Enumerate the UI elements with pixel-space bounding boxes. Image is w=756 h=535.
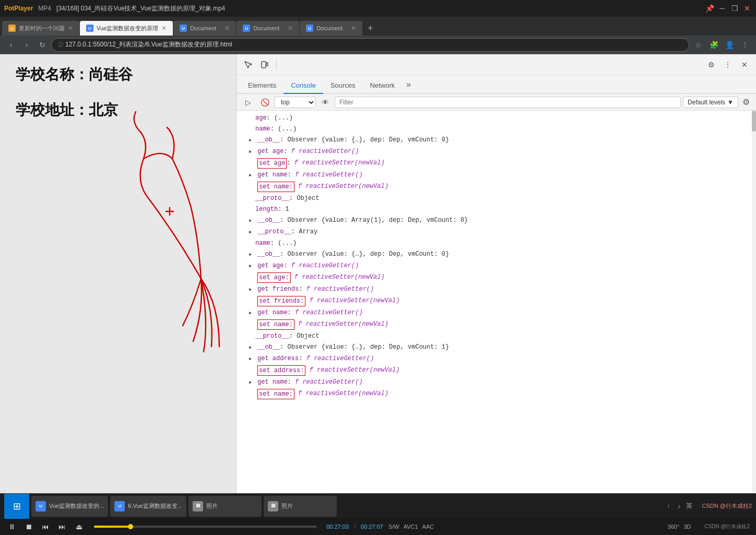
expand-ob2[interactable] <box>249 249 257 259</box>
tab-elements[interactable]: Elements <box>241 77 284 94</box>
reload-button[interactable]: ↻ <box>36 38 49 52</box>
devtools-toolbar: ⚙ ⋮ ✕ <box>237 54 756 75</box>
tab-label-1: 更新时的一个问题 <box>19 25 65 32</box>
prev-button[interactable]: ⏮ <box>40 521 51 532</box>
expand-get-age2[interactable] <box>249 261 257 271</box>
expand-ob-array[interactable] <box>249 216 257 225</box>
expand-proto-array[interactable] <box>249 227 257 237</box>
tab-close-5[interactable]: ✕ <box>351 25 356 32</box>
devtools-close-button[interactable]: ✕ <box>737 57 752 72</box>
context-selector[interactable]: top <box>274 97 316 108</box>
more-options-icon[interactable]: ⋮ <box>720 57 735 72</box>
forward-button[interactable]: › <box>20 38 33 52</box>
taskbar-label-2: 6.Vue监测数据改变... <box>128 502 182 510</box>
profile-icon[interactable]: 👤 <box>723 38 736 52</box>
expand-get-address[interactable] <box>249 354 257 364</box>
console-output[interactable]: age: (...) name: (...) __ob__: Observer … <box>237 111 756 493</box>
taskbar-item-3[interactable]: 🖼 照片 <box>188 496 262 517</box>
minimize-button[interactable]: ─ <box>717 4 727 13</box>
console-line-set-address: set address: f reactiveSetter(newVal) <box>237 365 756 377</box>
content-wrapper: 学校名称：尚硅谷 学校地址：北京 <box>0 54 756 493</box>
console-line-get-address: get address: f reactiveGetter() <box>237 353 756 365</box>
expand-get-name1[interactable] <box>249 170 257 180</box>
tab-label-3: Document <box>190 25 221 31</box>
restore-button[interactable]: ❐ <box>730 4 739 13</box>
taskbar-icon-3: 🖼 <box>193 501 203 512</box>
console-run-button[interactable]: ▷ <box>241 95 255 110</box>
stop-button[interactable]: ⏹ <box>23 521 34 532</box>
view-3d[interactable]: 3D <box>683 524 691 530</box>
tab-network[interactable]: Network <box>363 77 403 94</box>
play-pause-button[interactable]: ⏸ <box>6 521 18 532</box>
menu-button[interactable]: ⋮ <box>738 38 752 52</box>
expand-ob3[interactable] <box>249 342 257 352</box>
school-address-value: 北京 <box>89 102 118 118</box>
extensions-icon[interactable]: 🧩 <box>707 38 720 52</box>
tab-3[interactable]: U Document ✕ <box>173 21 236 35</box>
tab-close-2[interactable]: ✕ <box>161 25 167 32</box>
view-360[interactable]: 360° <box>667 524 679 530</box>
console-line-get-name3: get name: f reactiveGetter() <box>237 377 756 388</box>
console-line-set-name3: set name: f reactiveSetter(newVal) <box>237 388 756 400</box>
codec-sw: S/W <box>388 524 399 530</box>
console-line-ob2: __ob__: Observer {value: {…}, dep: Dep, … <box>237 249 756 260</box>
expand-ob1[interactable] <box>249 135 257 145</box>
default-levels-button[interactable]: Default levels ▼ <box>683 97 738 108</box>
filter-input[interactable] <box>335 97 681 108</box>
player-bar: ⏸ ⏹ ⏮ ⏭ ⏏ 00:27:03 / 00:27:07 S/W AVC1 A… <box>0 518 756 535</box>
tab-1[interactable]: U 更新时的一个问题 ✕ <box>2 21 79 35</box>
tab-close-4[interactable]: ✕ <box>288 25 293 32</box>
tab-4[interactable]: U Document ✕ <box>237 21 299 35</box>
eject-button[interactable]: ⏏ <box>73 521 85 532</box>
taskbar-item-4[interactable]: 🖼 照片 <box>264 496 337 517</box>
console-line-set-name2: set name: f reactiveSetter(newVal) <box>237 319 756 331</box>
start-button[interactable]: ⊞ <box>4 494 29 519</box>
tab-more-button[interactable]: » <box>402 76 415 93</box>
network-icon[interactable]: ↑ <box>664 502 672 510</box>
player-progress-thumb[interactable] <box>128 524 133 529</box>
taskbar-icon-2: U <box>114 501 125 512</box>
device-toolbar-button[interactable] <box>257 57 272 72</box>
expand-get-friends[interactable] <box>249 284 257 294</box>
bookmark-star-icon[interactable]: ☆ <box>691 38 705 52</box>
player-codec-info: S/W AVC1 AAC <box>388 524 434 530</box>
settings-icon[interactable]: ⚙ <box>704 57 718 72</box>
tab-sources[interactable]: Sources <box>323 77 363 94</box>
volume-icon[interactable]: ♪ <box>675 502 683 510</box>
next-button[interactable]: ⏭ <box>56 521 68 532</box>
taskbar-item-1[interactable]: U Vue监测数据改变的... <box>31 496 108 517</box>
console-line-length: length: 1 <box>237 204 756 215</box>
player-progress-bar[interactable] <box>94 526 317 528</box>
taskbar-item-2[interactable]: U 6.Vue监测数据改变... <box>110 496 186 517</box>
inspect-element-button[interactable] <box>241 57 255 72</box>
back-button[interactable]: ‹ <box>4 38 18 52</box>
pin-button[interactable]: 📌 <box>705 4 714 13</box>
school-address: 学校地址：北京 <box>16 100 220 120</box>
console-line-ob3: __ob__: Observer {value: {…}, dep: Dep, … <box>237 342 756 353</box>
scrollbar-thumb[interactable] <box>752 111 756 132</box>
eye-icon[interactable]: 👁 <box>318 95 333 110</box>
taskbar-label-3: 照片 <box>206 502 218 510</box>
tab-5[interactable]: U Document ✕ <box>300 21 362 35</box>
console-clear-button[interactable]: 🚫 <box>257 95 272 110</box>
player-view-options: 360° 3D <box>667 524 691 530</box>
app-name: PotPlayer <box>4 5 33 12</box>
expand-get-name2[interactable] <box>249 308 257 318</box>
console-settings-button[interactable]: ⚙ <box>740 97 752 108</box>
console-line-age-dots: age: (...) <box>237 113 756 124</box>
new-tab-button[interactable]: + <box>363 21 377 35</box>
tab-label-4: Document <box>253 25 285 31</box>
url-bar[interactable]: ⓘ 127.0.0.1:5500/12_列表渲染/6.Vue监测数据改变的原理.… <box>51 38 689 52</box>
scrollbar-track[interactable] <box>752 111 756 493</box>
input-icon[interactable]: 英 <box>685 502 693 510</box>
tab-2[interactable]: U Vue监测数据改变的原理 ✕ <box>80 21 173 35</box>
expand-get-age1[interactable] <box>249 147 257 157</box>
devtools-panel: ⚙ ⋮ ✕ Elements Console Sources Network »… <box>236 54 756 493</box>
tab-favicon-1: U <box>8 25 16 32</box>
tab-console[interactable]: Console <box>284 77 323 94</box>
expand-get-name3[interactable] <box>249 377 257 387</box>
close-button[interactable]: ✕ <box>742 4 752 13</box>
tab-close-1[interactable]: ✕ <box>68 25 73 32</box>
school-address-label: 学校地址： <box>16 102 89 118</box>
tab-close-3[interactable]: ✕ <box>225 25 230 32</box>
